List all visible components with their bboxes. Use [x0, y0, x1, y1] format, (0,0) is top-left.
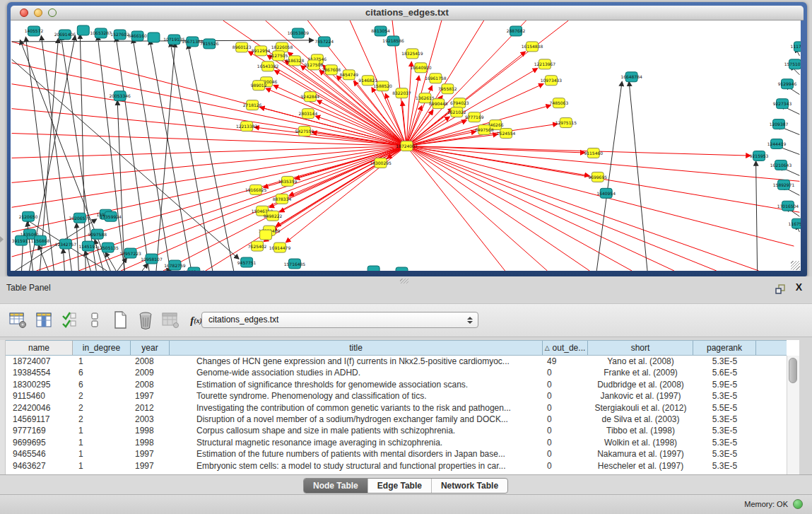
- table-cell: 9465546: [6, 448, 73, 460]
- table-cell: 5.3E-5: [693, 414, 756, 425]
- citation-edge-black[interactable]: [12, 59, 239, 259]
- table-vertical-scrollbar[interactable]: [787, 356, 799, 474]
- table-row[interactable]: 1938455462009Genome-wide association stu…: [6, 367, 787, 378]
- table-row[interactable]: 1456911722003Disruption of a novel membe…: [6, 414, 787, 425]
- column-header-filler[interactable]: [756, 341, 787, 355]
- graph-node[interactable]: [367, 266, 379, 271]
- citation-edge-black[interactable]: [41, 36, 71, 271]
- column-header-year[interactable]: year: [131, 341, 170, 355]
- graph-node-label: 16640910: [410, 65, 432, 70]
- tab-edge-table[interactable]: Edge Table: [367, 479, 431, 493]
- citation-edge-black[interactable]: [80, 35, 86, 271]
- table-cell: de Silva et al. (2003): [588, 414, 693, 425]
- citation-edge-red[interactable]: [290, 146, 406, 195]
- window-resize-grip-icon[interactable]: [791, 261, 800, 270]
- graph-node-label: 15892971: [773, 182, 795, 187]
- table-cell: 5.6E-5: [693, 367, 756, 378]
- graph-node-label: 9115460: [584, 151, 603, 156]
- citation-edge-black[interactable]: [756, 161, 758, 271]
- graph-node-label: 16154838: [522, 44, 543, 49]
- column-header-label: title: [349, 343, 363, 353]
- citation-edge-black[interactable]: [142, 264, 148, 271]
- graph-node-label: 12342757: [55, 242, 77, 247]
- column-header-name[interactable]: name: [6, 341, 73, 355]
- column-header-out_de...[interactable]: △out_de...: [543, 341, 588, 355]
- graph-node-label: 2803144: [299, 111, 318, 116]
- scrollbar-thumb[interactable]: [789, 358, 797, 383]
- graph-node-label: 16210643: [770, 163, 792, 168]
- citation-edge-red[interactable]: [12, 134, 406, 146]
- table-row[interactable]: 946554611997Estimation of the future num…: [6, 448, 787, 460]
- table-cell: 9115460: [6, 390, 73, 402]
- table-cell: 0: [543, 425, 588, 436]
- citation-edge-black[interactable]: [63, 249, 64, 271]
- graph-node-label: 19218586: [382, 38, 404, 43]
- table-row[interactable]: 911546021997Tourette syndrome. Phenomeno…: [6, 390, 787, 402]
- table-cell: 2012: [131, 402, 170, 414]
- graph-node-label: 1621022: [447, 110, 466, 115]
- import-table-icon[interactable]: [161, 310, 180, 330]
- citation-edge-red[interactable]: [406, 146, 674, 271]
- table-cell: 2: [73, 390, 131, 402]
- column-header-in_degree[interactable]: in_degree: [73, 341, 131, 355]
- graph-node-label: 8912954: [252, 48, 271, 53]
- table-settings-icon[interactable]: [8, 310, 28, 330]
- graph-node[interactable]: [396, 267, 408, 271]
- table-row[interactable]: 2242004622012Investigating the contribut…: [6, 402, 787, 414]
- citation-edge-black[interactable]: [156, 43, 175, 271]
- graph-node-label: 9777169: [465, 115, 484, 119]
- column-header-short[interactable]: short: [588, 341, 693, 355]
- citation-edge-black[interactable]: [188, 45, 234, 271]
- status-bar: Memory: OK: [0, 494, 812, 514]
- table-cell: 2: [73, 402, 131, 414]
- table-selector-dropdown[interactable]: citations_edges.txt: [201, 312, 478, 328]
- new-table-icon[interactable]: [110, 310, 129, 330]
- float-panel-icon[interactable]: [775, 284, 786, 294]
- citation-edge-red[interactable]: [406, 146, 505, 271]
- row-height-icon[interactable]: [85, 310, 104, 330]
- citation-edge-red[interactable]: [12, 109, 406, 146]
- graph-node-label: 18724007: [396, 144, 418, 148]
- citation-edge-black[interactable]: [629, 82, 647, 271]
- table-cell: 2008: [131, 379, 170, 390]
- citation-edge-black[interactable]: [150, 40, 192, 271]
- table-cell: 5.3E-5: [693, 425, 756, 436]
- table-row[interactable]: 1872400712008Changes of HCN gene express…: [6, 356, 787, 367]
- graph-node-label: 20691406: [54, 32, 76, 37]
- select-all-columns-icon[interactable]: [59, 310, 78, 330]
- table-row[interactable]: 946362711997Embryonic stem cells: a mode…: [6, 460, 787, 472]
- citation-edge-red[interactable]: [406, 146, 759, 271]
- window-titlebar[interactable]: citations_edges.txt: [11, 6, 804, 21]
- table-row[interactable]: 1830029562008Estimation of significance …: [6, 379, 787, 390]
- hidden-panel-handle-icon[interactable]: [0, 236, 4, 243]
- table-cell: 9463627: [6, 460, 73, 472]
- graph-node-label: 8186328: [286, 58, 305, 63]
- network-canvas[interactable]: 1405572206914061065328715276028466160107…: [11, 21, 801, 271]
- citation-edge-black[interactable]: [12, 40, 314, 42]
- table-row[interactable]: 969969511998Structural magnetic resonanc…: [6, 437, 787, 448]
- citation-edge-red[interactable]: [406, 146, 547, 271]
- column-header-title[interactable]: title: [170, 341, 543, 355]
- graph-node[interactable]: [260, 230, 272, 240]
- graph-node[interactable]: [77, 25, 89, 35]
- column-visibility-icon[interactable]: [34, 310, 53, 330]
- citation-edge-red[interactable]: [273, 86, 406, 146]
- graph-node-label: 1588520: [373, 83, 392, 88]
- citation-edge-black[interactable]: [170, 42, 213, 271]
- delete-table-icon[interactable]: [136, 310, 155, 330]
- table-cell: Yano et al. (2008): [588, 356, 693, 367]
- close-panel-icon[interactable]: X: [796, 281, 802, 293]
- panel-splitter-handle[interactable]: [400, 279, 408, 284]
- tab-network-table[interactable]: Network Table: [431, 479, 507, 493]
- table-row[interactable]: 977716911998Corpus callosum shape and si…: [6, 425, 787, 436]
- graph-node[interactable]: [148, 33, 160, 42]
- table-cell: Changes of HCN gene expression and I(f) …: [170, 356, 543, 367]
- graph-node-label: 1117534: [791, 44, 801, 49]
- citation-edge-red[interactable]: [406, 146, 717, 271]
- network-svg[interactable]: 1405572206914061065328715276028466160107…: [11, 21, 801, 271]
- table-cell: 0: [543, 414, 588, 425]
- graph-node-label: 9457751: [237, 260, 257, 265]
- tab-node-table[interactable]: Node Table: [304, 479, 367, 493]
- citation-edge-red[interactable]: [402, 102, 406, 146]
- column-header-pagerank[interactable]: pagerank: [693, 341, 756, 355]
